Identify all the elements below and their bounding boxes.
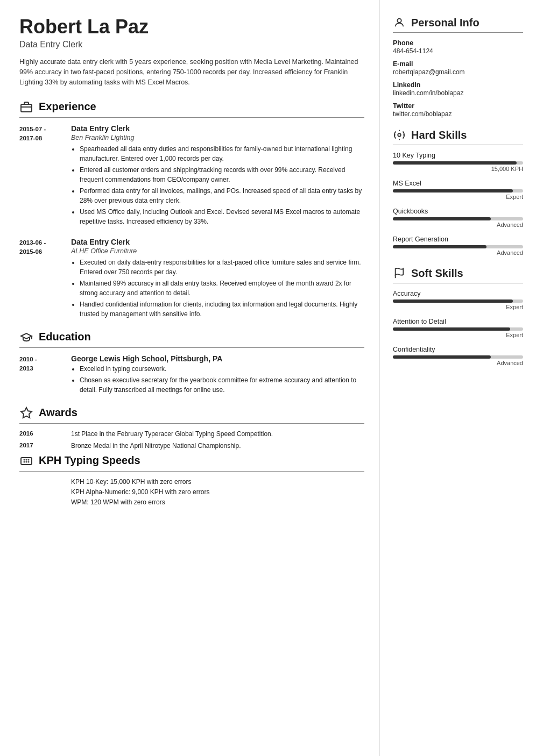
phone-label: Phone: [393, 39, 523, 47]
info-email: E-mail robertqlapaz@gmail.com: [393, 60, 523, 76]
entry-dates-0: 2015-07 -2017-08: [19, 124, 62, 228]
company-0: Ben Franklin Lighting: [71, 134, 364, 141]
experience-section-header: Experience: [19, 100, 364, 118]
award-entry-1: 2017 Bronze Medal in the April Nitrotype…: [19, 442, 364, 450]
svg-point-10: [26, 461, 27, 462]
left-column: Robert La Paz Data Entry Clerk Highly ac…: [0, 0, 380, 756]
award-text-0: 1st Place in the February Typeracer Glob…: [71, 430, 364, 438]
info-phone: Phone 484-654-1124: [393, 39, 523, 55]
experience-entry-1: 2013-06 -2015-06 Data Entry Clerk ALHE O…: [19, 238, 364, 320]
hard-skills-icon: [393, 129, 406, 141]
soft-skill-bar-bg-0: [393, 299, 523, 303]
awards-section-header: Awards: [19, 406, 364, 424]
svg-point-7: [26, 459, 27, 460]
hard-skill-bar-bg-2: [393, 217, 523, 220]
hard-skill-name-3: Report Generation: [393, 236, 523, 243]
kph-entry-0: KPH 10-Key: 15,000 KPH with zero errors: [19, 478, 364, 486]
edu-dates-0: 2010 -2013: [19, 354, 62, 396]
resume-page: Robert La Paz Data Entry Clerk Highly ac…: [0, 0, 536, 756]
entry-dates-1: 2013-06 -2015-06: [19, 238, 62, 320]
typing-icon: [19, 454, 33, 468]
svg-point-11: [29, 461, 29, 462]
hard-skill-name-1: MS Excel: [393, 180, 523, 187]
linkedin-label: LinkedIn: [393, 81, 523, 89]
svg-point-9: [24, 461, 25, 462]
soft-skill-name-1: Attention to Detail: [393, 318, 523, 325]
hard-skill-1: MS Excel Expert: [393, 180, 523, 200]
soft-skills-label: Soft Skills: [411, 267, 463, 280]
edu-title-0: George Lewis High School, Pittsburgh, PA: [71, 354, 364, 363]
hard-skill-3: Report Generation Advanced: [393, 236, 523, 256]
hard-skill-bar-bg-0: [393, 161, 523, 165]
kph-entry-2: WPM: 120 WPM with zero errors: [19, 498, 364, 506]
hard-skill-2: Quickbooks Advanced: [393, 208, 523, 228]
email-value: robertqlapaz@gmail.com: [393, 68, 523, 76]
svg-marker-3: [21, 408, 32, 418]
soft-skills-section: Soft Skills Accuracy Expert Attention to…: [393, 267, 523, 366]
bullet-0-0: Spearheaded all data entry duties and re…: [80, 144, 364, 163]
kph-text-2: WPM: 120 WPM with zero errors: [71, 498, 364, 506]
bullet-1-0: Executed on daily data-entry responsibil…: [80, 258, 364, 277]
personal-info-label: Personal Info: [411, 17, 479, 29]
hard-skill-level-2: Advanced: [393, 222, 523, 228]
awards-label: Awards: [39, 406, 77, 419]
soft-skill-2: Confidentiality Advanced: [393, 346, 523, 366]
soft-skill-bar-bg-1: [393, 327, 523, 331]
hard-skills-header: Hard Skills: [393, 129, 523, 145]
twitter-value: twitter.com/boblapaz: [393, 110, 523, 118]
hard-skill-bar-fill-3: [393, 245, 486, 248]
soft-skill-level-2: Advanced: [393, 360, 523, 366]
bullets-1: Executed on daily data-entry responsibil…: [71, 258, 364, 319]
award-entry-0: 2016 1st Place in the February Typeracer…: [19, 430, 364, 438]
svg-point-12: [397, 19, 401, 23]
award-year-1: 2017: [19, 442, 62, 450]
edu-bullets-0: Excelled in typing coursework. Chosen as…: [71, 364, 364, 395]
experience-entry-0: 2015-07 -2017-08 Data Entry Clerk Ben Fr…: [19, 124, 364, 228]
kph-label: KPH Typing Speeds: [39, 454, 140, 467]
soft-skills-icon: [393, 267, 406, 280]
entry-content-0: Data Entry Clerk Ben Franklin Lighting S…: [71, 124, 364, 228]
experience-label: Experience: [39, 101, 96, 113]
award-text-1: Bronze Medal in the April Nitrotype Nati…: [71, 442, 364, 450]
bullets-0: Spearheaded all data entry duties and re…: [71, 144, 364, 226]
svg-rect-0: [21, 104, 32, 112]
soft-skill-name-0: Accuracy: [393, 290, 523, 297]
kph-section-header: KPH Typing Speeds: [19, 454, 364, 472]
hard-skill-bar-fill-2: [393, 217, 491, 220]
entry-content-1: Data Entry Clerk ALHE Office Furniture E…: [71, 238, 364, 320]
soft-skill-1: Attention to Detail Expert: [393, 318, 523, 338]
soft-skill-level-0: Expert: [393, 304, 523, 310]
edu-bullet-0-1: Chosen as executive secretary for the ye…: [80, 375, 364, 395]
soft-skill-level-1: Expert: [393, 332, 523, 338]
info-linkedin: LinkedIn linkedin.com/in/boblapaz: [393, 81, 523, 97]
soft-skill-name-2: Confidentiality: [393, 346, 523, 353]
education-label: Education: [39, 331, 91, 343]
bullet-1-1: Maintained 99% accuracy in all data entr…: [80, 279, 364, 298]
twitter-label: Twitter: [393, 102, 523, 110]
resume-summary: Highly accurate data entry clerk with 5 …: [19, 57, 364, 88]
job-title-0: Data Entry Clerk: [71, 124, 364, 133]
award-icon: [19, 406, 33, 420]
edu-content-0: George Lewis High School, Pittsburgh, PA…: [71, 354, 364, 396]
hard-skill-level-3: Advanced: [393, 249, 523, 256]
personal-info-header: Personal Info: [393, 16, 523, 33]
soft-skill-bar-fill-1: [393, 327, 510, 331]
soft-skills-header: Soft Skills: [393, 267, 523, 283]
info-twitter: Twitter twitter.com/boblapaz: [393, 102, 523, 118]
soft-skill-bar-fill-0: [393, 299, 513, 303]
soft-skill-bar-fill-2: [393, 355, 491, 359]
education-icon: [19, 330, 33, 344]
bullet-1-2: Handled confidential information for cli…: [80, 299, 364, 319]
kph-text-1: KPH Alpha-Numeric: 9,000 KPH with zero e…: [71, 488, 364, 496]
education-section-header: Education: [19, 330, 364, 348]
svg-point-6: [24, 459, 25, 460]
hard-skills-label: Hard Skills: [411, 129, 467, 141]
resume-name: Robert La Paz: [19, 16, 364, 38]
right-column: Personal Info Phone 484-654-1124 E-mail …: [380, 0, 536, 756]
company-1: ALHE Office Furniture: [71, 247, 364, 255]
hard-skill-0: 10 Key Typing 15,000 KPH: [393, 152, 523, 172]
hard-skills-section: Hard Skills 10 Key Typing 15,000 KPH MS …: [393, 129, 523, 256]
hard-skill-bar-fill-1: [393, 189, 513, 192]
bullet-0-2: Performed data entry for all invoices, m…: [80, 186, 364, 205]
hard-skill-level-0: 15,000 KPH: [393, 166, 523, 172]
